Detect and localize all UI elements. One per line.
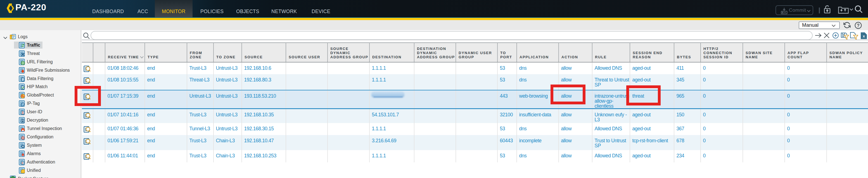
svg-text:x: x xyxy=(863,34,865,38)
svg-text:?: ? xyxy=(857,23,860,28)
